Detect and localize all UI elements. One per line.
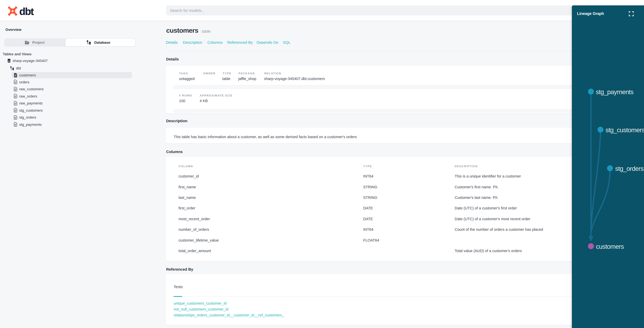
svg-text:stg_customers: stg_customers	[606, 127, 644, 134]
svg-text:stg_orders: stg_orders	[615, 165, 644, 172]
svg-text:customers: customers	[596, 243, 624, 250]
svg-text:stg_payments: stg_payments	[596, 88, 634, 96]
